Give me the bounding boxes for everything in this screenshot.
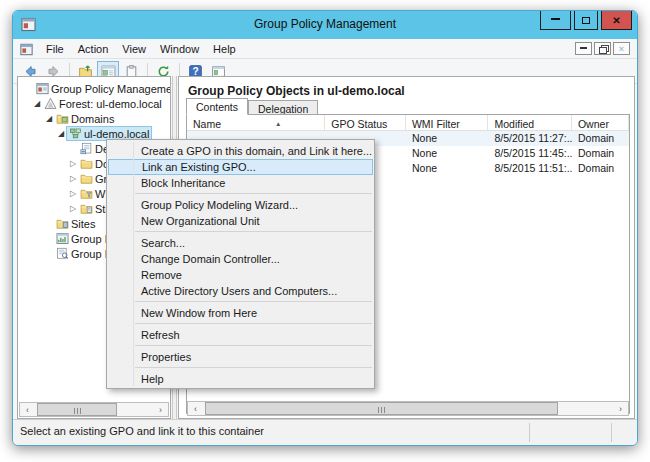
menu-bar: FileActionViewWindowHelp × <box>13 39 637 59</box>
mdi-restore-button[interactable] <box>594 42 611 55</box>
menu-item-remove[interactable]: Remove <box>107 267 374 283</box>
expanded-icon[interactable]: ◢ <box>44 114 54 123</box>
column-header-owner[interactable]: Owner <box>572 115 629 130</box>
cell-modified: 8/5/2015 11:45:... <box>489 146 572 161</box>
cell-wmi-filter: None <box>406 161 489 176</box>
cell-wmi-filter: None <box>406 146 489 161</box>
maximize-button[interactable] <box>574 11 598 30</box>
menu-separator <box>135 345 372 346</box>
menubar-item-action[interactable]: Action <box>71 41 116 57</box>
close-button[interactable]: ✕ <box>601 11 632 30</box>
column-header-modified[interactable]: Modified <box>488 115 571 130</box>
tree-item-label: Forest: ul-demo.local <box>59 98 162 110</box>
wmi-folder-icon <box>80 187 93 200</box>
tree-item-label: ul-demo.local <box>84 128 149 140</box>
column-header-gpo-status[interactable]: GPO Status <box>325 115 406 130</box>
menu-separator <box>135 323 372 324</box>
tab-delegation[interactable]: Delegation <box>248 100 318 115</box>
menu-separator <box>135 193 372 194</box>
tree-horizontal-scrollbar[interactable]: ‹ › <box>19 402 169 417</box>
svg-text:?: ? <box>192 66 198 77</box>
menu-item-active-directory-users-and-computers[interactable]: Active Directory Users and Computers... <box>107 283 374 299</box>
tab-contents[interactable]: Contents <box>186 98 248 115</box>
tree-item-label: Sites <box>71 218 95 230</box>
list-header: Name▲GPO StatusWMI FilterModifiedOwner <box>187 115 629 131</box>
menu-item-new-window-from-here[interactable]: New Window from Here <box>107 305 374 321</box>
collapsed-icon[interactable]: ▷ <box>68 204 78 213</box>
gpo-link-icon <box>80 142 93 155</box>
tree-item-sites[interactable]: Sites <box>44 216 97 231</box>
cell-owner: Domain <box>572 131 629 146</box>
menu-item-block-inheritance[interactable]: Block Inheritance <box>107 175 374 191</box>
tab-strip: ContentsDelegation <box>186 98 318 115</box>
tree-item-forest-ul-demo-local[interactable]: ◢Forest: ul-demo.local <box>32 96 164 111</box>
tree-item-group-policy-management[interactable]: Group Policy Management <box>24 81 171 96</box>
tree-scroll-track[interactable] <box>35 403 153 416</box>
tree-item-label: Group Policy Management <box>51 83 171 95</box>
expanded-icon[interactable]: ◢ <box>32 99 42 108</box>
menubar-item-file[interactable]: File <box>39 41 71 57</box>
menu-separator <box>135 301 372 302</box>
minimize-button[interactable] <box>540 11 571 30</box>
collapsed-icon[interactable]: ▷ <box>68 159 78 168</box>
cell-modified: 8/5/2015 11:27:... <box>489 131 572 146</box>
menu-item-link-an-existing-gpo[interactable]: Link an Existing GPO... <box>108 159 373 175</box>
group-policy-management-window: Group Policy Management ✕ FileActionView… <box>12 10 638 446</box>
menu-item-properties[interactable]: Properties <box>107 349 374 365</box>
menu-item-refresh[interactable]: Refresh <box>107 327 374 343</box>
console-app-icon <box>20 42 33 55</box>
collapsed-icon[interactable]: ▷ <box>68 189 78 198</box>
status-text: Select an existing GPO and link it to th… <box>20 425 264 437</box>
forest-icon <box>44 97 57 110</box>
tree-item-domains[interactable]: ◢Domains <box>44 111 116 126</box>
sort-ascending-icon: ▲ <box>275 120 281 127</box>
title-bar: Group Policy Management ✕ <box>13 11 637 39</box>
menu-item-group-policy-modeling-wizard[interactable]: Group Policy Modeling Wizard... <box>107 197 374 213</box>
menu-item-new-organizational-unit[interactable]: New Organizational Unit <box>107 213 374 229</box>
cell-owner: Domain <box>572 146 629 161</box>
menubar-items: FileActionViewWindowHelp <box>39 39 243 59</box>
starter-folder-icon <box>80 202 93 215</box>
menu-item-search[interactable]: Search... <box>107 235 374 251</box>
menu-separator <box>135 367 372 368</box>
scroll-right-icon[interactable]: › <box>153 403 168 416</box>
mdi-close-button[interactable]: × <box>613 42 630 55</box>
menu-item-change-domain-controller[interactable]: Change Domain Controller... <box>107 251 374 267</box>
scroll-right-icon[interactable]: › <box>613 402 628 415</box>
status-bar: Select an existing GPO and link it to th… <box>13 419 637 445</box>
list-horizontal-scrollbar[interactable]: ‹ › <box>187 401 629 416</box>
menu-item-help[interactable]: Help <box>107 371 374 387</box>
collapsed-icon[interactable]: ▷ <box>68 174 78 183</box>
modeling-icon <box>56 232 69 245</box>
expanded-icon[interactable]: ◢ <box>56 129 66 138</box>
menubar-item-view[interactable]: View <box>115 41 153 57</box>
cell-modified: 8/5/2015 11:51:... <box>489 161 572 176</box>
folder-icon <box>80 157 93 170</box>
cell-owner: Domain <box>572 161 629 176</box>
domains-folder-icon <box>56 112 69 125</box>
results-icon <box>56 247 69 260</box>
column-header-wmi-filter[interactable]: WMI Filter <box>406 115 489 130</box>
list-scroll-thumb[interactable] <box>205 402 558 415</box>
domain-icon <box>69 127 82 140</box>
menubar-item-window[interactable]: Window <box>153 41 206 57</box>
scroll-left-icon[interactable]: ‹ <box>188 402 203 415</box>
tree-item-label: Domains <box>71 113 114 125</box>
scroll-left-icon[interactable]: ‹ <box>20 403 35 416</box>
sites-folder-icon <box>56 217 69 230</box>
cell-wmi-filter: None <box>406 131 489 146</box>
mdi-minimize-button[interactable] <box>575 42 592 55</box>
menubar-item-help[interactable]: Help <box>206 41 243 57</box>
menu-item-create-a-gpo-in-this-domain-and-link-it-here[interactable]: Create a GPO in this domain, and Link it… <box>107 143 374 159</box>
console-root-icon <box>36 82 49 95</box>
list-scroll-track[interactable] <box>203 402 613 415</box>
folder-icon <box>80 172 93 185</box>
content-heading: Group Policy Objects in ul-demo.local <box>188 84 405 98</box>
context-menu: Create a GPO in this domain, and Link it… <box>106 139 375 389</box>
menu-separator <box>135 231 372 232</box>
tree-scroll-thumb[interactable] <box>37 403 117 416</box>
column-header-name[interactable]: Name▲ <box>187 115 325 130</box>
